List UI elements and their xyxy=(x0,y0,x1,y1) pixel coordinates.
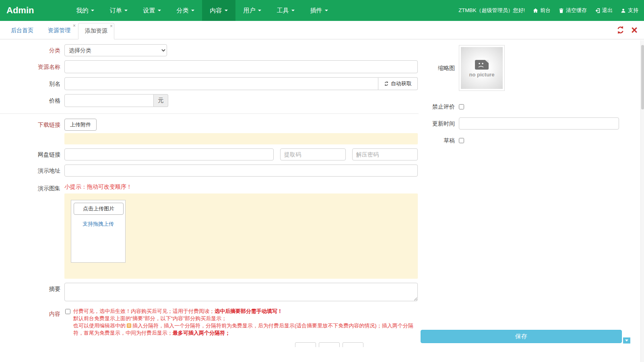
tab-resource-manage[interactable]: 资源管理 × xyxy=(41,23,77,39)
content-help-text: 付费可见，选中后生效！内容购买后可见；适用于付费阅读；选中后摘要部分需手动填写！… xyxy=(73,308,415,337)
gallery-upload-card: 点击上传图片 支持拖拽上传 xyxy=(71,200,126,263)
extract-code-input[interactable] xyxy=(280,148,346,160)
chevron-down-icon xyxy=(124,10,128,11)
upload-attachment-button[interactable]: 上传附件 xyxy=(64,119,97,131)
attachment-list-area xyxy=(64,133,418,144)
editor-select[interactable] xyxy=(319,342,340,347)
frontend-link[interactable]: 前台 xyxy=(533,7,551,14)
nav-item-users[interactable]: 用户 xyxy=(235,0,269,21)
demo-url-input[interactable] xyxy=(64,165,418,177)
auto-fetch-button[interactable]: 自动获取 xyxy=(378,77,418,90)
upload-image-button[interactable]: 点击上传图片 xyxy=(74,203,124,215)
chevron-down-icon xyxy=(91,10,94,11)
editor-select[interactable] xyxy=(343,342,363,347)
resource-name-input[interactable] xyxy=(64,60,418,73)
chevron-down-icon xyxy=(191,10,194,11)
clear-cache-link[interactable]: 清空缓存 xyxy=(559,7,587,14)
download-area: 上传附件 xyxy=(64,119,418,144)
tab-add-resource[interactable]: 添加资源 × xyxy=(78,23,114,39)
alias-group: 自动获取 xyxy=(64,77,418,90)
download-link-label: 下载链接 xyxy=(0,119,64,131)
scroll-widget[interactable] xyxy=(623,337,630,343)
chevron-down-icon xyxy=(258,10,261,11)
unzip-password-input[interactable] xyxy=(352,148,418,160)
chevron-down-icon xyxy=(291,10,295,11)
category-label: 分类 xyxy=(0,44,64,56)
alias-label: 别名 xyxy=(0,78,64,90)
disable-review-label: 禁止评价 xyxy=(421,101,459,113)
divider xyxy=(0,113,419,114)
chevron-down-icon xyxy=(225,10,228,11)
chevron-down-icon xyxy=(325,10,328,11)
logout-link[interactable]: 退出 xyxy=(595,7,613,14)
thumbnail-box[interactable]: no picture xyxy=(459,45,505,91)
summary-textarea[interactable] xyxy=(64,283,418,301)
price-unit: 元 xyxy=(154,94,168,107)
summary-label: 摘要 xyxy=(0,283,64,295)
demo-url-label: 演示地址 xyxy=(0,165,64,177)
nav-item-settings[interactable]: 设置 xyxy=(135,0,169,21)
close-all-icon[interactable]: × xyxy=(631,26,638,34)
support-link[interactable]: 支持 xyxy=(621,7,638,14)
update-time-label: 更新时间 xyxy=(421,117,459,130)
nav-item-mine[interactable]: 我的 xyxy=(68,0,102,21)
update-time-input[interactable] xyxy=(459,117,619,130)
netdisk-url-input[interactable] xyxy=(64,148,274,160)
gallery-area: 小提示：拖动可改变顺序！ 点击上传图片 支持拖拽上传 xyxy=(64,182,418,279)
nav-item-tools[interactable]: 工具 xyxy=(269,0,302,21)
netdisk-label: 网盘链接 xyxy=(0,148,64,160)
nav-item-content[interactable]: 内容 xyxy=(202,0,235,21)
resource-name-label: 资源名称 xyxy=(0,61,64,73)
user-greeting: ZTMBK（超级管理员）您好! xyxy=(458,7,525,14)
home-icon xyxy=(533,8,538,13)
top-navbar: Admin 我的 订单 设置 分类 内容 用户 工具 插件 ZTMBK（超级管理… xyxy=(0,0,644,21)
user-icon xyxy=(621,8,626,13)
alias-input[interactable] xyxy=(64,77,378,90)
category-select[interactable]: 选择分类 xyxy=(64,44,167,56)
admin-page: Admin 我的 订单 设置 分类 内容 用户 工具 插件 ZTMBK（超级管理… xyxy=(0,0,644,362)
scrollbar-thumb[interactable] xyxy=(641,45,644,109)
drag-upload-hint: 支持拖拽上传 xyxy=(83,220,114,228)
thumbnail-label: 缩略图 xyxy=(421,45,459,91)
divider-insert-icon xyxy=(126,323,132,328)
disable-review-checkbox[interactable] xyxy=(459,104,464,109)
no-picture-placeholder: no picture xyxy=(461,47,503,89)
draft-label: 草稿 xyxy=(421,134,459,146)
gallery-dropzone[interactable]: 点击上传图片 支持拖拽上传 xyxy=(64,193,418,279)
logout-icon xyxy=(595,8,600,13)
refresh-icon[interactable] xyxy=(616,26,625,34)
nav-item-plugins[interactable]: 插件 xyxy=(302,0,336,21)
gallery-hint: 小提示：拖动可改变顺序！ xyxy=(64,182,418,191)
tab-close-icon[interactable]: × xyxy=(73,23,76,28)
netdisk-controls xyxy=(64,148,418,160)
brand-logo: Admin xyxy=(0,0,40,21)
trash-icon xyxy=(559,8,564,13)
chevron-down-icon xyxy=(158,10,161,11)
content-label: 内容 xyxy=(0,308,64,320)
refresh-icon xyxy=(384,81,389,86)
nav-item-orders[interactable]: 订单 xyxy=(102,0,135,21)
side-panel: 缩略图 no picture 禁止评价 更新时间 xyxy=(421,39,622,146)
nav-item-categories[interactable]: 分类 xyxy=(169,0,202,21)
editor-select[interactable] xyxy=(295,342,316,347)
editor-toolbar-clipped xyxy=(295,342,363,347)
price-label: 价格 xyxy=(0,95,64,107)
vertical-scrollbar[interactable] xyxy=(640,40,644,362)
tab-actions: × xyxy=(616,26,638,34)
tab-dashboard[interactable]: 后台首页 xyxy=(4,23,40,39)
tab-close-icon[interactable]: × xyxy=(110,24,113,29)
paid-visible-checkbox[interactable] xyxy=(65,309,70,314)
tab-bar: 后台首页 资源管理 × 添加资源 × × xyxy=(0,21,644,39)
chevron-down-icon xyxy=(625,339,628,341)
main-menu: 我的 订单 设置 分类 内容 用户 工具 插件 xyxy=(68,0,336,21)
navbar-right: ZTMBK（超级管理员）您好! 前台 清空缓存 退出 支持 xyxy=(450,0,644,21)
no-picture-icon xyxy=(474,59,490,71)
save-button[interactable]: 保存 xyxy=(421,330,622,343)
resource-form: 分类 选择分类 资源名称 别名 自动获取 xyxy=(0,39,419,337)
draft-checkbox[interactable] xyxy=(459,138,464,143)
price-input[interactable] xyxy=(64,94,154,107)
gallery-label: 演示图集 xyxy=(0,182,64,194)
